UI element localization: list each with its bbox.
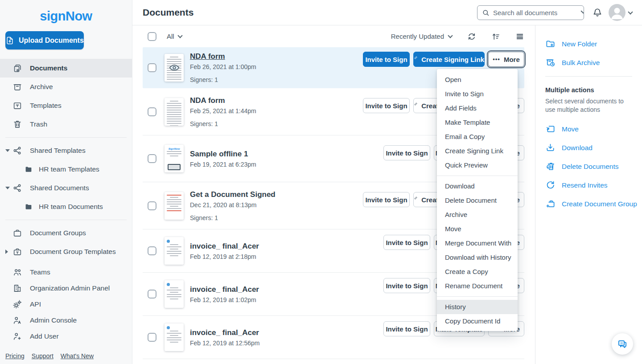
create-document-group-icon (545, 199, 556, 209)
link-icon (414, 196, 418, 203)
sidebar-item-archive[interactable]: Archive (0, 78, 132, 96)
invite-to-sign-button[interactable]: Invite to Sign (363, 98, 410, 113)
document-title-link[interactable]: NDA form (190, 52, 225, 61)
chevron-down-icon[interactable] (5, 187, 10, 189)
document-date: Feb 12, 2019 at 2:18pm (190, 253, 259, 260)
download-button[interactable]: Download (545, 143, 642, 153)
document-signers: Signers: 1 (190, 76, 256, 83)
sidebar-item-templates[interactable]: Templates (0, 96, 132, 115)
document-title-link[interactable]: NDA form (190, 96, 225, 105)
menu-item-create-signing-link[interactable]: Create Signing Link (437, 144, 518, 158)
menu-item-create-a-copy[interactable]: Create a Copy (437, 265, 518, 279)
documents-icon (12, 63, 22, 73)
search-box[interactable] (477, 5, 584, 20)
sidebar-divider (5, 220, 127, 220)
menu-item-rename-document[interactable]: Rename Document (437, 279, 518, 293)
document-thumbnail[interactable] (165, 280, 184, 308)
notifications-bell-icon[interactable] (593, 8, 602, 18)
menu-item-merge-document-with[interactable]: Merge Document With (437, 236, 518, 250)
document-thumbnail[interactable] (165, 192, 184, 220)
new-folder-button[interactable]: New Folder (545, 39, 642, 49)
sidebar-item-shared-templates[interactable]: Shared Templates (0, 141, 132, 160)
menu-item-add-fields[interactable]: Add Fields (437, 101, 518, 115)
chevron-right-icon[interactable] (5, 249, 8, 254)
row-checkbox[interactable] (148, 63, 156, 72)
invite-to-sign-button[interactable]: Invite to Sign (383, 145, 430, 160)
document-thumbnail[interactable] (165, 237, 184, 265)
chevron-down-icon[interactable] (5, 149, 10, 152)
menu-item-open[interactable]: Open (437, 73, 518, 87)
upload-documents-button[interactable]: Upload Documents (5, 31, 84, 49)
invite-to-sign-button[interactable]: Invite to Sign (383, 235, 430, 250)
row-checkbox[interactable] (148, 290, 156, 299)
sidebar-item-document-groups[interactable]: Document Groups (0, 224, 132, 242)
sidebar-item-hr-team-documents[interactable]: HR team Documents (0, 197, 132, 216)
document-thumbnail[interactable] (165, 323, 184, 351)
menu-item-move[interactable]: Move (437, 222, 518, 236)
search-input[interactable] (493, 9, 582, 16)
user-menu-chevron-icon (628, 9, 633, 14)
refresh-icon[interactable] (467, 32, 476, 41)
invite-to-sign-button[interactable]: Invite to Sign (383, 321, 430, 336)
resend-invites-button[interactable]: Resend Invites (545, 180, 642, 190)
document-thumbnail[interactable]: SignNow (165, 145, 184, 172)
menu-item-invite-to-sign[interactable]: Invite to Sign (437, 87, 518, 101)
document-title-link[interactable]: invoice_ final_Acer (190, 242, 259, 250)
menu-item-copy-document-id[interactable]: Copy Document Id (437, 314, 518, 328)
sidebar-item-organization-admin-panel[interactable]: Organization Admin Panel (0, 280, 132, 296)
document-title-link[interactable]: invoice_ final_Acer (190, 285, 259, 294)
sort-direction-icon[interactable] (491, 32, 500, 41)
pricing-link[interactable]: Pricing (5, 352, 25, 360)
document-thumbnail[interactable] (165, 98, 184, 126)
sidebar-item-teams[interactable]: Teams (0, 264, 132, 280)
more-button[interactable]: ••• More (488, 52, 524, 67)
menu-item-delete-document[interactable]: Delete Document (437, 193, 518, 208)
create-document-group-button[interactable]: Create Document Group (545, 199, 642, 209)
user-menu[interactable] (609, 4, 632, 21)
row-checkbox[interactable] (148, 154, 156, 163)
sidebar-item-api[interactable]: API (0, 296, 132, 312)
bulk-archive-button[interactable]: Bulk Archive (545, 57, 642, 68)
invite-to-sign-button[interactable]: Invite to Sign (383, 278, 430, 293)
document-title-link[interactable]: Get a Document Signed (190, 190, 276, 199)
delete-documents-button[interactable]: Delete Documents (545, 161, 642, 172)
chat-support-button[interactable] (612, 333, 633, 355)
sort-order-dropdown[interactable]: Recently Updated (391, 33, 452, 40)
row-checkbox[interactable] (148, 201, 156, 210)
row-checkbox[interactable] (148, 333, 156, 342)
whats-new-link[interactable]: What's New (61, 352, 94, 360)
menu-item-download[interactable]: Download (437, 179, 518, 193)
sidebar-item-hr-team-templates[interactable]: HR team Templates (0, 160, 132, 179)
row-checkbox[interactable] (148, 246, 156, 255)
menu-item-archive[interactable]: Archive (437, 208, 518, 222)
document-date: Feb 19, 2021 at 6:23pm (190, 161, 256, 168)
create-signing-link-button[interactable]: Create Signing Link (413, 52, 485, 67)
document-title-link[interactable]: Sample offline 1 (190, 150, 248, 158)
support-link[interactable]: Support (32, 352, 54, 360)
move-button[interactable]: Move (545, 124, 642, 134)
sidebar-item-document-group-templates[interactable]: Document Group Templates (0, 242, 132, 261)
sidebar-footer-links: PricingSupportWhat's New Terms of Servic… (5, 351, 132, 364)
chevron-down-icon (448, 33, 453, 38)
row-checkbox[interactable] (148, 107, 156, 116)
menu-item-history[interactable]: History (437, 300, 518, 314)
menu-item-quick-preview[interactable]: Quick Preview (437, 158, 518, 172)
ellipsis-icon: ••• (493, 56, 500, 62)
invite-to-sign-button[interactable]: Invite to Sign (363, 192, 410, 207)
sidebar-item-admin-console[interactable]: Admin Console (0, 312, 132, 328)
list-density-icon[interactable] (515, 32, 524, 41)
filter-dropdown[interactable]: All (167, 33, 182, 40)
menu-item-email-a-copy[interactable]: Email a Copy (437, 130, 518, 144)
sidebar-item-trash[interactable]: Trash (0, 115, 132, 134)
menu-item-download-with-history[interactable]: Download with History (437, 250, 518, 265)
sidebar-item-documents[interactable]: Documents (0, 59, 132, 78)
document-title-link[interactable]: invoice_ final_Acer (190, 328, 259, 337)
menu-item-make-template[interactable]: Make Template (437, 115, 518, 130)
document-thumbnail[interactable] (165, 54, 184, 82)
avatar[interactable] (609, 4, 626, 21)
sidebar-item-shared-documents[interactable]: Shared Documents (0, 179, 132, 197)
api-gears-icon (12, 299, 22, 309)
sidebar-item-add-user[interactable]: Add User (0, 328, 132, 344)
select-all-checkbox[interactable] (148, 32, 156, 41)
invite-to-sign-button[interactable]: Invite to Sign (363, 52, 410, 67)
